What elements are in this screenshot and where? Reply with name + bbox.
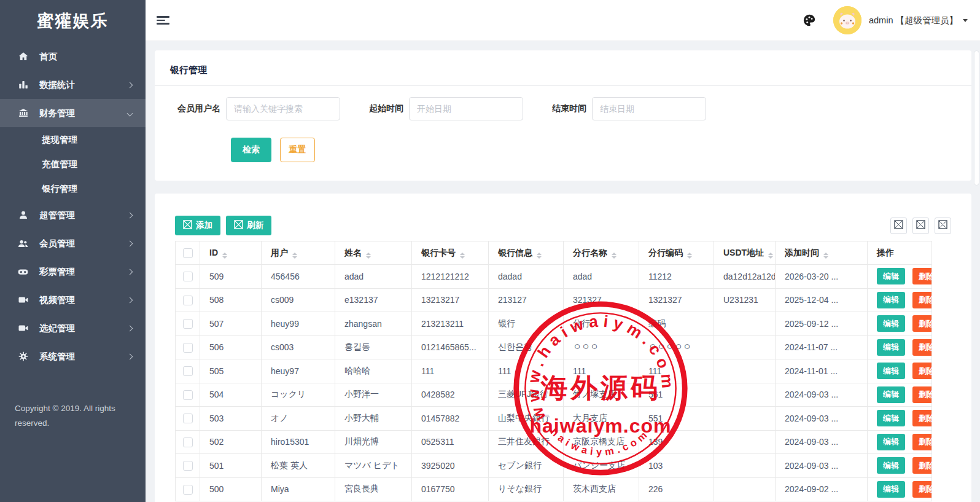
sidebar-item-video[interactable]: 视频管理 [0, 286, 146, 314]
cell-name: 小野大輔 [335, 407, 412, 431]
delete-button[interactable]: 删除 [912, 268, 932, 284]
chevron-right-icon [127, 82, 133, 88]
edit-button[interactable]: 编辑 [877, 363, 905, 379]
row-checkbox[interactable] [183, 390, 193, 400]
edit-button[interactable]: 编辑 [877, 339, 905, 356]
edit-button[interactable]: 编辑 [877, 457, 905, 474]
avatar[interactable] [833, 6, 861, 34]
user-menu[interactable]: admin 【超级管理员】 [869, 15, 958, 26]
edit-button[interactable]: 编辑 [877, 386, 905, 403]
cell-id: 504 [200, 383, 262, 407]
sidebar-subitem-bank[interactable]: 银行管理 [0, 176, 146, 201]
sidebar-item-finance[interactable]: 财务管理 [0, 99, 146, 127]
cell-card: 0167750 [412, 477, 489, 501]
edit-button[interactable]: 编辑 [877, 434, 905, 450]
delete-button[interactable]: 删除 [912, 410, 932, 426]
col-header-user[interactable]: 用户 [262, 241, 335, 265]
sidebar-item-members[interactable]: 会员管理 [0, 229, 146, 257]
delete-button[interactable]: 删除 [912, 481, 932, 498]
cell-time: 2024-09-03 ... [776, 454, 868, 478]
username-input[interactable] [226, 97, 340, 120]
row-checkbox[interactable] [183, 319, 193, 329]
cell-branch-code: 139 [639, 430, 714, 454]
toolbar-icon-button-3[interactable] [935, 218, 951, 234]
cell-name: 宮良長典 [335, 477, 412, 501]
page-title: 银行管理 [155, 50, 971, 85]
sidebar-item-lottery[interactable]: 彩票管理 [0, 257, 146, 286]
col-header-branch[interactable]: 分行名称 [564, 241, 639, 265]
cell-branch: パンジー支店 [564, 454, 639, 478]
search-button[interactable]: 检索 [231, 138, 271, 162]
row-checkbox[interactable] [183, 366, 193, 376]
delete-button[interactable]: 删除 [912, 363, 932, 379]
add-button[interactable]: 添加 [175, 216, 220, 235]
sidebar-item-home[interactable]: 首页 [0, 42, 146, 71]
cell-card: 0525311 [412, 430, 489, 454]
sidebar-item-system[interactable]: 系统管理 [0, 342, 146, 371]
cell-user: cs009 [262, 288, 335, 312]
table-row: 508 cs009 e132137 13213217 213127 321327… [176, 288, 932, 312]
cell-branch: 京阪京橋支店 [564, 430, 639, 454]
edit-button[interactable]: 编辑 [877, 481, 905, 498]
cell-branch: 茨木西支店 [564, 477, 639, 501]
reset-button[interactable]: 重置 [280, 138, 315, 162]
select-all-checkbox[interactable] [183, 248, 193, 258]
cell-card: 3925020 [412, 454, 489, 478]
cell-time: 2025-09-12 ... [776, 312, 868, 336]
scrollbar-thumb[interactable] [974, 50, 979, 186]
delete-button[interactable]: 删除 [912, 434, 932, 450]
delete-button[interactable]: 删除 [912, 339, 932, 356]
cell-branch-code: 编码 [639, 312, 714, 336]
sort-icon [768, 253, 773, 259]
toolbar-icon-button-2[interactable] [912, 218, 929, 234]
col-header-id[interactable]: ID [200, 241, 262, 265]
cell-time: 2025-12-04 ... [776, 288, 868, 312]
col-header-branch-code[interactable]: 分行编码 [639, 241, 714, 265]
col-header-card[interactable]: 银行卡号 [412, 241, 489, 265]
page-scrollbar[interactable] [973, 41, 980, 502]
edit-button[interactable]: 编辑 [877, 292, 905, 308]
table-body: 509 456456 adad 1212121212 dadad adad 11… [176, 265, 932, 501]
edit-button[interactable]: 编辑 [877, 315, 905, 332]
cell-usdt [714, 477, 776, 501]
refresh-button[interactable]: 刷新 [226, 216, 271, 235]
col-header-bank[interactable]: 银行信息 [489, 241, 564, 265]
home-icon [17, 51, 29, 63]
bar-chart-icon [17, 79, 29, 91]
sidebar-subitem-recharge[interactable]: 充值管理 [0, 152, 146, 176]
gamepad-icon [17, 266, 29, 278]
edit-button[interactable]: 编辑 [877, 410, 905, 426]
cell-time: 2024-11-01 ... [776, 359, 868, 383]
col-header-usdt[interactable]: USDT地址 [714, 241, 776, 265]
delete-button[interactable]: 删除 [912, 457, 932, 474]
row-checkbox[interactable] [183, 343, 193, 353]
sidebar-item-stats[interactable]: 数据统计 [0, 71, 146, 99]
row-checkbox[interactable] [183, 437, 193, 447]
row-checkbox[interactable] [183, 461, 193, 471]
delete-button[interactable]: 删除 [912, 315, 932, 332]
delete-button[interactable]: 删除 [912, 292, 932, 308]
sidebar-item-concubine[interactable]: 选妃管理 [0, 314, 146, 342]
toolbar-icon-button-1[interactable] [890, 218, 907, 234]
table-row: 503 オノ 小野大輔 01457882 山梨中央銀行 大月支店 551 202… [176, 407, 932, 431]
cell-bank: dadad [489, 265, 564, 289]
col-header-name[interactable]: 姓名 [335, 241, 412, 265]
col-header-time[interactable]: 添加时间 [776, 241, 868, 265]
row-checkbox[interactable] [183, 272, 193, 281]
sort-icon [292, 253, 297, 259]
delete-button[interactable]: 删除 [912, 386, 932, 403]
row-checkbox[interactable] [183, 414, 193, 423]
start-date-input[interactable] [409, 97, 523, 120]
menu-toggle-button[interactable] [157, 14, 170, 27]
cell-name: adad [335, 265, 412, 289]
table-row: 501 松葉 英人 マツバ ヒデト 3925020 セブン銀行 パンジー支店 1… [176, 454, 932, 478]
row-checkbox[interactable] [183, 296, 193, 305]
theme-palette-icon[interactable] [803, 14, 816, 27]
edit-button[interactable]: 编辑 [877, 268, 905, 284]
sidebar-item-admins[interactable]: 超管管理 [0, 201, 146, 229]
end-date-input[interactable] [592, 97, 706, 120]
sidebar-subitem-withdraw[interactable]: 提现管理 [0, 127, 146, 152]
sort-icon [366, 253, 371, 259]
row-checkbox[interactable] [183, 485, 193, 495]
table-row: 504 コックリ 小野洋一 0428582 三菱UFJ銀行 竹ノ塚支店 561 … [176, 383, 932, 407]
